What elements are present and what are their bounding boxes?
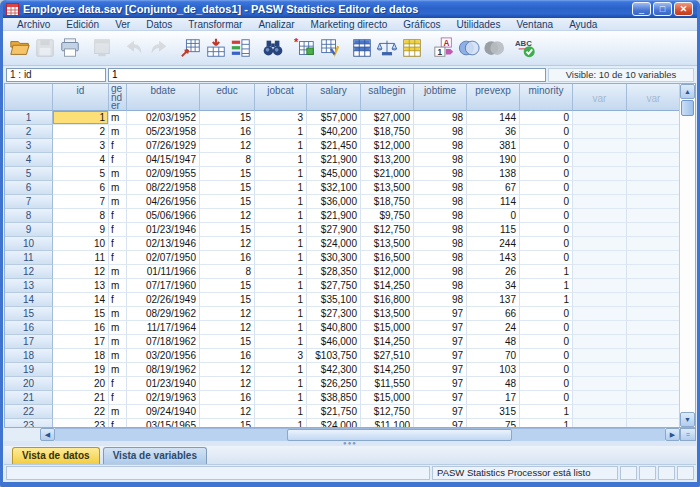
data-cell[interactable]: $27,000 (361, 111, 414, 125)
data-cell[interactable]: f (109, 153, 127, 167)
row-header-4[interactable]: 4 (5, 153, 53, 167)
data-cell[interactable]: 1 (255, 237, 307, 251)
data-cell[interactable] (627, 209, 679, 223)
row-header-2[interactable]: 2 (5, 125, 53, 139)
data-cell[interactable]: 0 (520, 167, 573, 181)
row-header-7[interactable]: 7 (5, 195, 53, 209)
data-cell[interactable]: $40,200 (307, 125, 361, 139)
data-cell[interactable]: 138 (467, 167, 520, 181)
data-cell[interactable]: $13,200 (361, 153, 414, 167)
data-cell[interactable]: 1 (255, 209, 307, 223)
row-header-18[interactable]: 18 (5, 349, 53, 363)
data-cell[interactable]: 15 (200, 167, 255, 181)
col-header-id[interactable]: id (53, 84, 109, 111)
data-cell[interactable] (573, 349, 627, 363)
data-cell[interactable]: 08/22/1958 (127, 181, 200, 195)
data-cell[interactable] (573, 139, 627, 153)
select-all-corner[interactable] (5, 84, 53, 111)
data-cell[interactable]: 1 (255, 167, 307, 181)
data-cell[interactable]: f (109, 237, 127, 251)
data-cell[interactable]: 15 (200, 111, 255, 125)
data-cell[interactable]: 12 (53, 265, 109, 279)
data-cell[interactable] (627, 363, 679, 377)
variables-icon[interactable] (228, 34, 253, 62)
data-cell[interactable]: 48 (467, 377, 520, 391)
data-cell[interactable]: 137 (467, 293, 520, 307)
data-cell[interactable]: 48 (467, 335, 520, 349)
data-cell[interactable]: $12,750 (361, 405, 414, 419)
data-cell[interactable]: m (109, 405, 127, 419)
data-cell[interactable]: 3 (255, 111, 307, 125)
data-cell[interactable]: 0 (520, 307, 573, 321)
data-cell[interactable]: m (109, 307, 127, 321)
row-header-17[interactable]: 17 (5, 335, 53, 349)
data-cell[interactable]: 1 (520, 279, 573, 293)
data-cell[interactable] (573, 125, 627, 139)
data-cell[interactable]: 02/03/1952 (127, 111, 200, 125)
row-header-10[interactable]: 10 (5, 237, 53, 251)
menu-item-ver[interactable]: Ver (107, 19, 138, 30)
data-cell[interactable]: 17 (467, 391, 520, 405)
data-cell[interactable]: 144 (467, 111, 520, 125)
data-cell[interactable]: $103,750 (307, 349, 361, 363)
data-cell[interactable]: 244 (467, 237, 520, 251)
data-cell[interactable]: 01/23/1940 (127, 377, 200, 391)
data-cell[interactable] (627, 111, 679, 125)
vertical-scroll-thumb[interactable] (681, 100, 694, 116)
title-bar[interactable]: Employee data.sav [Conjunto_de_datos1] -… (3, 0, 697, 18)
data-cell[interactable]: 98 (414, 139, 467, 153)
row-header-23[interactable]: 23 (5, 419, 53, 427)
data-cell[interactable]: 0 (520, 377, 573, 391)
data-cell[interactable]: 08/29/1962 (127, 307, 200, 321)
data-cell[interactable] (573, 419, 627, 427)
data-cell[interactable]: 8 (200, 153, 255, 167)
data-cell[interactable]: 97 (414, 405, 467, 419)
data-cell[interactable]: 04/15/1947 (127, 153, 200, 167)
data-cell[interactable]: f (109, 391, 127, 405)
data-cell[interactable]: $18,750 (361, 125, 414, 139)
data-cell[interactable]: m (109, 181, 127, 195)
data-cell[interactable]: 0 (520, 111, 573, 125)
row-header-13[interactable]: 13 (5, 279, 53, 293)
col-header-educ[interactable]: educ (200, 84, 255, 111)
data-cell[interactable]: 10 (53, 237, 109, 251)
data-cell[interactable]: 05/23/1958 (127, 125, 200, 139)
data-cell[interactable]: 05/06/1966 (127, 209, 200, 223)
data-cell[interactable]: $24,000 (307, 237, 361, 251)
data-cell[interactable]: 18 (53, 349, 109, 363)
data-cell[interactable]: $36,000 (307, 195, 361, 209)
data-cell[interactable]: 3 (53, 139, 109, 153)
data-cell[interactable] (627, 139, 679, 153)
data-cell[interactable]: 0 (467, 209, 520, 223)
data-cell[interactable]: 98 (414, 223, 467, 237)
col-header-gender[interactable]: gender (109, 84, 127, 111)
spell-check-icon[interactable]: ABC (513, 34, 538, 62)
data-cell[interactable] (627, 391, 679, 405)
data-cell[interactable]: $45,000 (307, 167, 361, 181)
data-cell[interactable]: 15 (200, 195, 255, 209)
find-icon[interactable] (260, 34, 285, 62)
data-cell[interactable] (573, 391, 627, 405)
data-cell[interactable]: $14,250 (361, 363, 414, 377)
insert-cases-icon[interactable]: * (292, 34, 317, 62)
data-cell[interactable]: 12 (200, 209, 255, 223)
row-header-15[interactable]: 15 (5, 307, 53, 321)
data-cell[interactable]: 97 (414, 307, 467, 321)
data-cell[interactable] (573, 167, 627, 181)
data-cell[interactable]: 16 (200, 391, 255, 405)
data-cell[interactable]: $21,000 (361, 167, 414, 181)
use-variable-sets-icon[interactable] (456, 34, 481, 62)
cell-editor-input[interactable] (108, 68, 546, 82)
data-cell[interactable]: 12 (200, 307, 255, 321)
data-cell[interactable] (573, 265, 627, 279)
data-cell[interactable]: $15,000 (361, 321, 414, 335)
menu-item-ayuda[interactable]: Ayuda (561, 19, 605, 30)
data-cell[interactable]: 98 (414, 265, 467, 279)
data-cell[interactable] (627, 153, 679, 167)
data-cell[interactable]: $21,900 (307, 153, 361, 167)
row-header-19[interactable]: 19 (5, 363, 53, 377)
print-icon[interactable] (57, 34, 82, 62)
data-cell[interactable]: 12 (200, 405, 255, 419)
data-cell[interactable]: m (109, 321, 127, 335)
data-cell[interactable]: $11,550 (361, 377, 414, 391)
